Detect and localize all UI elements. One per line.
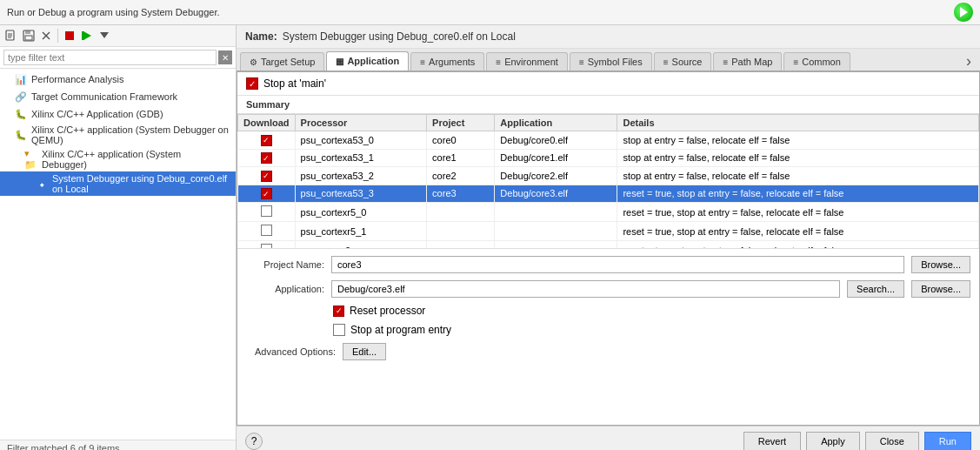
sidebar-item-xilinx-gdb[interactable]: 🐛 Xilinx C/C++ Application (GDB) bbox=[0, 105, 236, 123]
cell-details: reset = true, stop at entry = false, rel… bbox=[617, 241, 979, 250]
filter-box: ✕ bbox=[0, 47, 236, 69]
stop-button[interactable] bbox=[62, 28, 77, 44]
name-bar: Name: System Debugger using Debug_core0.… bbox=[237, 25, 980, 49]
tab-arguments[interactable]: ≡ Arguments bbox=[410, 52, 484, 71]
stop-at-main-row: ✓ Stop at 'main' bbox=[237, 72, 979, 96]
help-button[interactable]: ? bbox=[245, 433, 263, 450]
row-checkbox[interactable] bbox=[261, 205, 272, 217]
save-button[interactable] bbox=[21, 28, 37, 44]
close-dialog-button[interactable]: Close bbox=[865, 432, 919, 450]
cell-project bbox=[427, 241, 495, 250]
close-button[interactable] bbox=[38, 28, 54, 44]
table-row[interactable]: psu_pmu_0reset = true, stop at entry = f… bbox=[238, 241, 979, 250]
project-browse-button[interactable]: Browse... bbox=[911, 256, 970, 273]
cell-processor: psu_cortexa53_3 bbox=[295, 185, 427, 203]
run-icon[interactable] bbox=[954, 3, 973, 22]
cell-processor: psu_cortexr5_1 bbox=[295, 222, 427, 241]
sidebar-item-tcf[interactable]: 🔗 Target Communication Framework bbox=[0, 88, 236, 105]
apply-button[interactable]: Apply bbox=[806, 432, 860, 450]
col-processor: Processor bbox=[295, 115, 427, 131]
top-bar: Run or Debug a program using System Debu… bbox=[0, 0, 980, 25]
sidebar-item-label: Performance Analysis bbox=[31, 74, 123, 84]
sidebar-toolbar bbox=[0, 25, 236, 47]
sidebar-item-instance[interactable]: ⬥ System Debugger using Debug_core0.elf … bbox=[0, 171, 236, 196]
row-checkbox[interactable]: ✓ bbox=[261, 171, 272, 182]
relaunch-button[interactable] bbox=[79, 28, 95, 44]
sidebar-item-xilinx-qemu[interactable]: 🐛 Xilinx C/C++ application (System Debug… bbox=[0, 123, 236, 147]
table-row[interactable]: ✓psu_cortexa53_0core0Debug/core0.elfstop… bbox=[238, 131, 979, 150]
arguments-icon: ≡ bbox=[420, 57, 425, 67]
row-checkbox[interactable] bbox=[261, 225, 272, 236]
environment-icon: ≡ bbox=[496, 57, 501, 67]
new-button[interactable] bbox=[3, 28, 19, 44]
bottom-bar: ? Revert Apply Close Run bbox=[237, 426, 980, 450]
tab-source[interactable]: ≡ Source bbox=[654, 52, 712, 71]
path-map-icon: ≡ bbox=[723, 57, 728, 67]
cell-application bbox=[495, 203, 617, 222]
tab-symbol-files[interactable]: ≡ Symbol Files bbox=[570, 52, 652, 71]
cell-details: reset = true, stop at entry = false, rel… bbox=[617, 222, 979, 241]
common-icon: ≡ bbox=[793, 57, 798, 67]
table-container: Download Processor Project Application D… bbox=[237, 114, 979, 249]
cell-application bbox=[495, 241, 617, 250]
advanced-options-label: Advanced Options: bbox=[255, 346, 336, 357]
search-button[interactable]: Search... bbox=[847, 280, 904, 298]
app-browse-button[interactable]: Browse... bbox=[911, 280, 970, 298]
col-download: Download bbox=[238, 115, 296, 131]
tab-path-map-label: Path Map bbox=[731, 57, 772, 67]
tab-arguments-label: Arguments bbox=[429, 57, 475, 67]
row-checkbox[interactable]: ✓ bbox=[261, 188, 272, 199]
symbol-files-icon: ≡ bbox=[579, 57, 584, 67]
filter-input[interactable] bbox=[3, 50, 217, 65]
tab-target-setup[interactable]: ⚙ Target Setup bbox=[240, 52, 324, 71]
sidebar-item-label: System Debugger using Debug_core0.elf on… bbox=[52, 173, 229, 194]
cell-project: core0 bbox=[427, 131, 495, 150]
table-row[interactable]: ✓psu_cortexa53_3core3Debug/core3.elfrese… bbox=[238, 185, 979, 203]
tab-symbol-files-label: Symbol Files bbox=[588, 57, 643, 67]
cell-project bbox=[427, 203, 495, 222]
target-icon: 🔗 bbox=[14, 90, 28, 104]
tabs-bar: ⚙ Target Setup ▦ Application ≡ Arguments… bbox=[237, 49, 980, 71]
svg-rect-6 bbox=[25, 30, 30, 34]
sidebar-item-xilinx-sysdbg[interactable]: ▾📁 Xilinx C/C++ application (System Debu… bbox=[0, 147, 236, 171]
sidebar-item-label: Xilinx C/C++ application (System Debugge… bbox=[42, 149, 229, 170]
row-checkbox[interactable]: ✓ bbox=[261, 135, 272, 146]
revert-button[interactable]: Revert bbox=[743, 432, 801, 450]
application-icon: ▦ bbox=[336, 57, 343, 66]
top-bar-right bbox=[945, 3, 973, 21]
application-label: Application: bbox=[246, 284, 324, 294]
application-input[interactable] bbox=[331, 280, 840, 298]
tab-application-label: Application bbox=[347, 56, 399, 66]
reset-processor-checkbox[interactable]: ✓ bbox=[333, 306, 344, 317]
tab-environment[interactable]: ≡ Environment bbox=[486, 52, 568, 71]
filter-status: Filter matched 6 of 9 items bbox=[7, 443, 120, 450]
cell-application: Debug/core3.elf bbox=[495, 185, 617, 203]
folder-open-icon: ▾📁 bbox=[24, 152, 38, 166]
table-row[interactable]: ✓psu_cortexa53_2core2Debug/core2.elfstop… bbox=[238, 167, 979, 185]
stop-at-entry-row: Stop at program entry bbox=[246, 324, 970, 336]
filter-clear-button[interactable]: ✕ bbox=[218, 50, 232, 64]
table-row[interactable]: ✓psu_cortexa53_1core1Debug/core1.elfstop… bbox=[238, 149, 979, 167]
advanced-options-row: Advanced Options: Edit... bbox=[246, 343, 970, 360]
tab-overflow[interactable]: › bbox=[961, 52, 977, 71]
edit-button[interactable]: Edit... bbox=[343, 343, 386, 360]
tab-path-map[interactable]: ≡ Path Map bbox=[713, 52, 782, 71]
summary-label: Summary bbox=[237, 96, 979, 114]
stop-at-main-checkbox[interactable]: ✓ bbox=[246, 77, 258, 90]
dialog-body: ✓ Stop at 'main' Summary Download Proces… bbox=[237, 71, 980, 426]
tab-common[interactable]: ≡ Common bbox=[783, 52, 850, 71]
name-value: System Debugger using Debug_core0.elf on… bbox=[283, 30, 516, 43]
table-row[interactable]: psu_cortexr5_1reset = true, stop at entr… bbox=[238, 222, 979, 241]
dropdown-button[interactable] bbox=[97, 28, 112, 44]
col-application: Application bbox=[495, 115, 617, 131]
name-label: Name: bbox=[245, 30, 277, 43]
table-row[interactable]: psu_cortexr5_0reset = true, stop at entr… bbox=[238, 203, 979, 222]
sidebar-item-performance-analysis[interactable]: 📊 Performance Analysis bbox=[0, 71, 236, 88]
project-name-input[interactable] bbox=[331, 256, 904, 273]
stop-at-entry-checkbox[interactable] bbox=[333, 324, 345, 336]
cell-details: stop at entry = false, relocate elf = fa… bbox=[617, 149, 979, 167]
run-button[interactable]: Run bbox=[924, 432, 971, 450]
tab-common-label: Common bbox=[802, 57, 841, 67]
row-checkbox[interactable]: ✓ bbox=[261, 152, 272, 164]
tab-application[interactable]: ▦ Application bbox=[326, 51, 409, 71]
